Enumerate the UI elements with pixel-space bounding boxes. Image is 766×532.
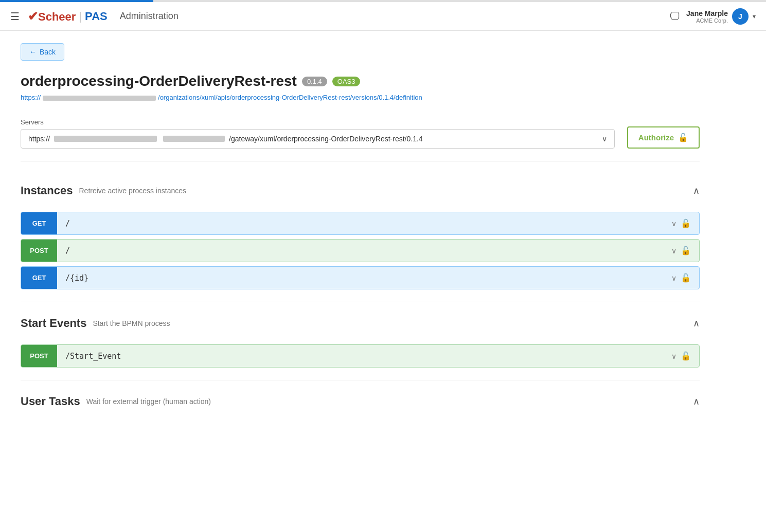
endpoint-get-id[interactable]: GET /{id} ∨ 🔓 (21, 266, 700, 289)
page-title: orderprocessing-OrderDeliveryRest-rest 0… (21, 73, 700, 89)
endpoint-path: / (57, 219, 70, 228)
endpoint-lock-icon: 🔓 (681, 273, 691, 283)
hamburger-menu-icon[interactable]: ☰ (10, 10, 20, 23)
url-blurred-part (54, 136, 157, 142)
divider-2 (21, 380, 700, 380)
servers-section: Servers https:// /gateway/xuml/orderproc… (21, 118, 700, 161)
start-events-subtitle: Start the BPMN process (93, 319, 170, 327)
header: ☰ ✔Scheer | PAS Administration 🖵 Jane Ma… (0, 2, 766, 31)
instances-section: Instances Retreive active process instan… (21, 178, 700, 289)
avatar: J (732, 8, 749, 25)
back-arrow-icon: ← (29, 48, 37, 56)
endpoint-expand-icon: ∨ (671, 247, 676, 255)
authorize-button[interactable]: Authorize 🔓 (627, 126, 700, 149)
back-button[interactable]: ← Back (21, 43, 64, 61)
user-company: ACME Corp. (686, 17, 728, 24)
endpoint-path: /{id} (57, 273, 88, 283)
user-tasks-collapse-icon[interactable]: ∧ (693, 396, 700, 407)
logo: ✔Scheer | PAS (28, 9, 108, 24)
user-tasks-title-group: User Tasks Wait for external trigger (hu… (21, 395, 211, 408)
start-events-collapse-icon[interactable]: ∧ (693, 318, 700, 329)
page-title-section: orderprocessing-OrderDeliveryRest-rest 0… (21, 73, 700, 102)
endpoint-lock-icon: 🔓 (681, 351, 691, 361)
server-url: https:// /gateway/xuml/orderprocessing-O… (28, 135, 423, 143)
endpoint-path: /Start_Event (57, 352, 121, 361)
url-suffix: /gateway/xuml/orderprocessing-OrderDeliv… (229, 135, 423, 143)
authorize-button-label: Authorize (638, 133, 674, 142)
instances-collapse-icon[interactable]: ∧ (693, 185, 700, 196)
oas-badge: OAS3 (332, 77, 361, 86)
instances-subtitle: Retreive active process instances (79, 187, 187, 195)
api-definition-link[interactable]: https:///organizations/xuml/apis/orderpr… (21, 94, 422, 101)
start-events-title: Start Events (21, 317, 86, 330)
api-title: orderprocessing-OrderDeliveryRest-rest (21, 73, 297, 89)
endpoint-post-root[interactable]: POST / ∨ 🔓 (21, 239, 700, 262)
monitor-icon[interactable]: 🖵 (670, 10, 680, 22)
user-name: Jane Marple (686, 9, 728, 17)
user-tasks-title: User Tasks (21, 395, 80, 408)
logo-pas-text: PAS (85, 10, 108, 23)
method-badge-post: POST (21, 345, 57, 367)
version-badge: 0.1.4 (302, 77, 327, 86)
main-content: ← Back orderprocessing-OrderDeliveryRest… (0, 31, 720, 435)
endpoint-path: / (57, 246, 70, 255)
user-tasks-section: User Tasks Wait for external trigger (hu… (21, 389, 700, 414)
servers-label: Servers (21, 118, 615, 126)
start-events-section-header[interactable]: Start Events Start the BPMN process ∧ (21, 310, 700, 336)
user-profile[interactable]: Jane Marple ACME Corp. J ▾ (686, 8, 756, 25)
servers-dropdown[interactable]: https:// /gateway/xuml/orderprocessing-O… (21, 129, 615, 149)
logo-scheer-text: ✔Scheer (28, 9, 76, 24)
endpoint-lock-icon: 🔓 (681, 246, 691, 255)
admin-title: Administration (120, 11, 179, 22)
method-badge-post: POST (21, 240, 57, 262)
start-events-title-group: Start Events Start the BPMN process (21, 317, 170, 330)
endpoint-expand-icon: ∨ (671, 274, 676, 282)
instances-title-group: Instances Retreive active process instan… (21, 184, 186, 197)
servers-dropdown-wrapper: Servers https:// /gateway/xuml/orderproc… (21, 118, 615, 149)
servers-dropdown-chevron-icon: ∨ (602, 135, 607, 143)
endpoint-expand-icon: ∨ (671, 352, 676, 360)
user-dropdown-icon[interactable]: ▾ (753, 13, 756, 20)
method-badge-get: GET (21, 267, 57, 289)
endpoint-get-root[interactable]: GET / ∨ 🔓 (21, 212, 700, 235)
url-blurred-part-2 (163, 136, 225, 142)
instances-title: Instances (21, 184, 73, 197)
user-tasks-section-header[interactable]: User Tasks Wait for external trigger (hu… (21, 389, 700, 414)
start-events-section: Start Events Start the BPMN process ∧ PO… (21, 310, 700, 368)
instances-section-header[interactable]: Instances Retreive active process instan… (21, 178, 700, 204)
user-tasks-subtitle: Wait for external trigger (human action) (86, 397, 211, 406)
url-prefix: https:// (28, 135, 50, 143)
back-button-label: Back (40, 48, 56, 56)
method-badge-get: GET (21, 212, 57, 234)
divider-1 (21, 302, 700, 302)
endpoint-post-start-event[interactable]: POST /Start_Event ∨ 🔓 (21, 344, 700, 368)
endpoint-lock-icon: 🔓 (681, 218, 691, 228)
lock-icon: 🔓 (678, 133, 688, 142)
endpoint-expand-icon: ∨ (671, 219, 676, 228)
